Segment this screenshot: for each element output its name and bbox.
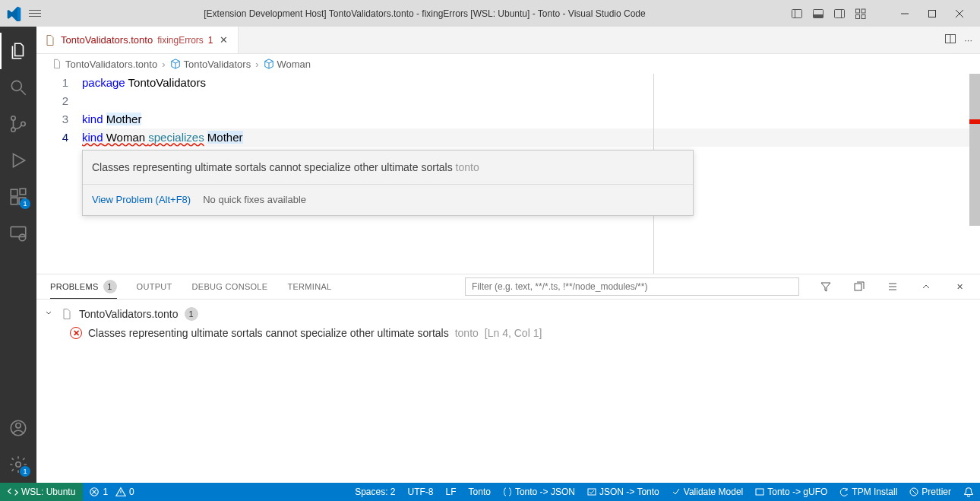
- svg-point-15: [11, 81, 21, 90]
- problem-message: Classes representing ultimate sortals ca…: [88, 327, 449, 339]
- tab-close-icon[interactable]: ✕: [218, 34, 230, 46]
- status-notifications-icon[interactable]: [957, 483, 980, 501]
- svg-point-19: [21, 122, 25, 125]
- status-tonto-gufo[interactable]: Tonto -> gUFO: [749, 483, 833, 501]
- file-icon: [61, 308, 73, 320]
- status-indent[interactable]: Spaces: 2: [349, 483, 401, 501]
- toggle-panel-icon[interactable]: [811, 7, 825, 21]
- close-panel-icon[interactable]: ✕: [953, 282, 966, 292]
- breadcrumb-file[interactable]: TontoValidators.tonto: [65, 59, 157, 70]
- manage-gear-icon[interactable]: 1: [0, 446, 36, 483]
- minimize-button[interactable]: [898, 7, 912, 21]
- tab-output[interactable]: OUTPUT: [137, 274, 172, 299]
- more-actions-icon[interactable]: ···: [964, 34, 972, 46]
- maximize-panel-icon[interactable]: [919, 281, 933, 293]
- window-title: [Extension Development Host] TontoValida…: [59, 8, 790, 19]
- tab-debug-console[interactable]: DEBUG CONSOLE: [192, 274, 268, 299]
- view-problem-link[interactable]: View Problem (Alt+F8): [92, 191, 191, 209]
- accounts-icon[interactable]: [0, 410, 36, 446]
- svg-point-17: [11, 116, 15, 120]
- tab-folder: fixingErrors: [157, 35, 204, 46]
- status-tonto-json[interactable]: Tonto -> JSON: [497, 483, 581, 501]
- problem-source: tonto: [455, 327, 479, 339]
- status-validate[interactable]: Validate Model: [665, 483, 750, 501]
- problems-list: TontoValidators.tonto 1 ✕ Classes repres…: [36, 300, 980, 483]
- status-prettier[interactable]: Prettier: [903, 483, 957, 501]
- symbol-icon: [264, 59, 274, 69]
- tab-terminal[interactable]: TERMINAL: [287, 274, 331, 299]
- chevron-down-icon[interactable]: [44, 308, 55, 320]
- toggle-secondary-sidebar-icon[interactable]: [833, 7, 846, 21]
- status-encoding[interactable]: UTF-8: [402, 483, 440, 501]
- no-quick-fix-label: No quick fixes available: [203, 191, 306, 209]
- breadcrumbs[interactable]: TontoValidators.tonto › TontoValidators …: [36, 54, 980, 74]
- window-controls: [898, 7, 974, 21]
- explorer-icon[interactable]: [0, 33, 36, 69]
- extensions-badge: 1: [20, 198, 30, 209]
- diagnostic-hover-widget: Classes representing ultimate sortals ca…: [82, 150, 694, 216]
- svg-rect-21: [11, 198, 17, 205]
- split-editor-icon[interactable]: [944, 33, 956, 47]
- activity-bar: 1 1: [0, 27, 36, 483]
- svg-rect-40: [756, 489, 763, 495]
- line-number-gutter: 1234: [36, 74, 82, 274]
- filter-icon[interactable]: [819, 281, 833, 293]
- tab-filename: TontoValidators.tonto: [61, 34, 153, 46]
- overview-ruler[interactable]: [969, 74, 980, 274]
- file-icon: [44, 34, 56, 46]
- file-problem-count: 1: [185, 307, 198, 321]
- editor-area: TontoValidators.tonto fixingErrors 1 ✕ ·…: [36, 27, 980, 483]
- toggle-primary-sidebar-icon[interactable]: [790, 7, 804, 21]
- remote-indicator[interactable]: WSL: Ubuntu: [0, 483, 83, 501]
- collapse-all-icon[interactable]: [852, 281, 866, 293]
- close-button[interactable]: [953, 7, 966, 21]
- view-as-list-icon[interactable]: [886, 281, 899, 293]
- breadcrumb-package[interactable]: TontoValidators: [184, 59, 251, 70]
- svg-rect-0: [792, 9, 802, 17]
- manage-badge: 1: [20, 466, 30, 477]
- hover-message: Classes representing ultimate sortals ca…: [92, 161, 456, 173]
- panel-tabs: PROBLEMS1 OUTPUT DEBUG CONSOLE TERMINAL …: [36, 274, 980, 300]
- problems-filter-input[interactable]: [465, 277, 799, 296]
- svg-rect-5: [835, 9, 845, 17]
- hamburger-menu-icon[interactable]: [29, 7, 44, 20]
- svg-point-18: [11, 128, 15, 132]
- svg-rect-7: [856, 9, 860, 13]
- source-control-icon[interactable]: [0, 106, 36, 142]
- breadcrumb-symbol[interactable]: Woman: [277, 59, 311, 70]
- run-debug-icon[interactable]: [0, 142, 36, 179]
- status-tpm-install[interactable]: TPM Install: [833, 483, 903, 501]
- svg-line-16: [21, 90, 26, 95]
- search-icon[interactable]: [0, 69, 36, 106]
- svg-rect-23: [20, 189, 26, 195]
- tab-problems[interactable]: PROBLEMS1: [50, 274, 117, 299]
- remote-explorer-icon[interactable]: [0, 215, 36, 252]
- status-json-tonto[interactable]: JSON -> Tonto: [581, 483, 665, 501]
- panel: PROBLEMS1 OUTPUT DEBUG CONSOLE TERMINAL …: [36, 274, 980, 483]
- status-bar: WSL: Ubuntu 1 0 Spaces: 2 UTF-8 LF Tonto…: [0, 483, 980, 501]
- problem-item[interactable]: ✕ Classes representing ultimate sortals …: [44, 324, 972, 342]
- status-language[interactable]: Tonto: [463, 483, 497, 501]
- error-icon: ✕: [70, 327, 82, 339]
- svg-rect-4: [814, 14, 824, 17]
- status-problems[interactable]: 1 0: [83, 483, 140, 501]
- code-editor[interactable]: 1234 package TontoValidators kind Mother…: [36, 74, 980, 274]
- extensions-icon[interactable]: 1: [0, 179, 36, 215]
- tab-error-count: 1: [208, 35, 213, 46]
- editor-tab[interactable]: TontoValidators.tonto fixingErrors 1 ✕: [36, 27, 239, 53]
- svg-rect-20: [11, 189, 17, 196]
- editor-tabs: TontoValidators.tonto fixingErrors 1 ✕ ·…: [36, 27, 980, 54]
- vscode-logo-icon: [6, 6, 21, 21]
- hover-source: tonto: [456, 161, 479, 173]
- svg-point-28: [16, 462, 21, 468]
- svg-point-27: [16, 423, 21, 429]
- problems-count-badge: 1: [103, 280, 117, 293]
- problems-file-row[interactable]: TontoValidators.tonto 1: [44, 304, 972, 324]
- maximize-button[interactable]: [925, 7, 939, 21]
- title-bar: [Extension Development Host] TontoValida…: [0, 0, 980, 27]
- file-icon: [52, 59, 62, 69]
- svg-rect-12: [929, 10, 936, 17]
- status-eol[interactable]: LF: [440, 483, 463, 501]
- layout-controls: [790, 7, 868, 21]
- customize-layout-icon[interactable]: [854, 7, 868, 21]
